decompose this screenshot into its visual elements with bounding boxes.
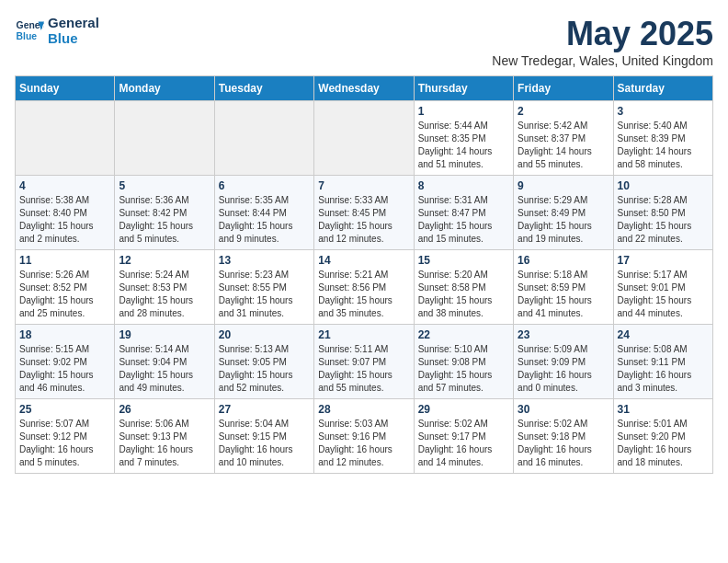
- day-info: Sunrise: 5:13 AM Sunset: 9:05 PM Dayligh…: [219, 343, 310, 395]
- day-cell: [115, 101, 214, 176]
- title-area: May 2025 New Tredegar, Wales, United Kin…: [492, 15, 713, 68]
- day-info: Sunrise: 5:02 AM Sunset: 9:17 PM Dayligh…: [418, 418, 509, 469]
- day-info: Sunrise: 5:03 AM Sunset: 9:16 PM Dayligh…: [318, 418, 409, 469]
- day-cell: 26Sunrise: 5:06 AM Sunset: 9:13 PM Dayli…: [115, 399, 214, 474]
- day-info: Sunrise: 5:04 AM Sunset: 9:15 PM Dayligh…: [219, 418, 310, 469]
- day-number: 10: [618, 179, 709, 192]
- day-info: Sunrise: 5:01 AM Sunset: 9:20 PM Dayligh…: [618, 418, 709, 469]
- day-number: 27: [219, 403, 310, 416]
- calendar-table: SundayMondayTuesdayWednesdayThursdayFrid…: [15, 75, 713, 474]
- day-number: 14: [318, 254, 409, 267]
- day-info: Sunrise: 5:10 AM Sunset: 9:08 PM Dayligh…: [418, 343, 509, 395]
- day-cell: 19Sunrise: 5:14 AM Sunset: 9:04 PM Dayli…: [115, 325, 214, 399]
- day-info: Sunrise: 5:35 AM Sunset: 8:44 PM Dayligh…: [219, 194, 310, 246]
- day-cell: 3Sunrise: 5:40 AM Sunset: 8:39 PM Daylig…: [613, 101, 712, 176]
- day-cell: 31Sunrise: 5:01 AM Sunset: 9:20 PM Dayli…: [613, 399, 712, 474]
- day-number: 17: [618, 254, 709, 267]
- day-cell: 15Sunrise: 5:20 AM Sunset: 8:58 PM Dayli…: [414, 250, 513, 325]
- day-info: Sunrise: 5:33 AM Sunset: 8:45 PM Dayligh…: [318, 194, 409, 246]
- svg-text:Blue: Blue: [17, 31, 38, 41]
- day-number: 21: [318, 328, 409, 341]
- day-cell: 8Sunrise: 5:31 AM Sunset: 8:47 PM Daylig…: [414, 176, 513, 250]
- day-number: 5: [119, 179, 210, 192]
- day-number: 31: [618, 403, 709, 416]
- day-number: 2: [518, 105, 609, 118]
- day-cell: 7Sunrise: 5:33 AM Sunset: 8:45 PM Daylig…: [314, 176, 414, 250]
- day-cell: 25Sunrise: 5:07 AM Sunset: 9:12 PM Dayli…: [16, 399, 115, 474]
- day-cell: 23Sunrise: 5:09 AM Sunset: 9:09 PM Dayli…: [514, 325, 613, 399]
- day-info: Sunrise: 5:29 AM Sunset: 8:49 PM Dayligh…: [518, 194, 609, 246]
- header-cell-friday: Friday: [514, 76, 613, 101]
- day-number: 25: [19, 403, 110, 416]
- day-number: 22: [418, 328, 509, 341]
- day-number: 11: [19, 254, 110, 267]
- week-row-3: 18Sunrise: 5:15 AM Sunset: 9:02 PM Dayli…: [16, 325, 713, 399]
- calendar-subtitle: New Tredegar, Wales, United Kingdom: [492, 53, 713, 68]
- day-info: Sunrise: 5:21 AM Sunset: 8:56 PM Dayligh…: [318, 269, 409, 320]
- day-cell: 11Sunrise: 5:26 AM Sunset: 8:52 PM Dayli…: [16, 250, 115, 325]
- day-cell: 21Sunrise: 5:11 AM Sunset: 9:07 PM Dayli…: [314, 325, 414, 399]
- day-number: 4: [19, 179, 110, 192]
- week-row-0: 1Sunrise: 5:44 AM Sunset: 8:35 PM Daylig…: [16, 101, 713, 176]
- day-number: 7: [318, 179, 409, 192]
- day-info: Sunrise: 5:42 AM Sunset: 8:37 PM Dayligh…: [518, 120, 609, 171]
- day-info: Sunrise: 5:15 AM Sunset: 9:02 PM Dayligh…: [19, 343, 110, 395]
- day-info: Sunrise: 5:26 AM Sunset: 8:52 PM Dayligh…: [19, 269, 110, 320]
- day-info: Sunrise: 5:24 AM Sunset: 8:53 PM Dayligh…: [119, 269, 210, 320]
- day-number: 18: [19, 328, 110, 341]
- header-row: SundayMondayTuesdayWednesdayThursdayFrid…: [16, 76, 713, 101]
- day-info: Sunrise: 5:17 AM Sunset: 9:01 PM Dayligh…: [618, 269, 709, 320]
- day-number: 6: [219, 179, 310, 192]
- day-info: Sunrise: 5:44 AM Sunset: 8:35 PM Dayligh…: [418, 120, 509, 171]
- day-info: Sunrise: 5:06 AM Sunset: 9:13 PM Dayligh…: [119, 418, 210, 469]
- logo-line1: General: [48, 15, 99, 30]
- day-cell: 22Sunrise: 5:10 AM Sunset: 9:08 PM Dayli…: [414, 325, 513, 399]
- week-row-2: 11Sunrise: 5:26 AM Sunset: 8:52 PM Dayli…: [16, 250, 713, 325]
- day-cell: [314, 101, 414, 176]
- header-cell-wednesday: Wednesday: [314, 76, 414, 101]
- day-number: 12: [119, 254, 210, 267]
- day-number: 30: [518, 403, 609, 416]
- day-info: Sunrise: 5:28 AM Sunset: 8:50 PM Dayligh…: [618, 194, 709, 246]
- day-cell: 14Sunrise: 5:21 AM Sunset: 8:56 PM Dayli…: [314, 250, 414, 325]
- day-number: 26: [119, 403, 210, 416]
- day-cell: 9Sunrise: 5:29 AM Sunset: 8:49 PM Daylig…: [514, 176, 613, 250]
- day-cell: 6Sunrise: 5:35 AM Sunset: 8:44 PM Daylig…: [214, 176, 313, 250]
- day-cell: 29Sunrise: 5:02 AM Sunset: 9:17 PM Dayli…: [414, 399, 513, 474]
- day-cell: [16, 101, 115, 176]
- day-cell: 28Sunrise: 5:03 AM Sunset: 9:16 PM Dayli…: [314, 399, 414, 474]
- day-cell: 12Sunrise: 5:24 AM Sunset: 8:53 PM Dayli…: [115, 250, 214, 325]
- day-number: 29: [418, 403, 509, 416]
- day-cell: 27Sunrise: 5:04 AM Sunset: 9:15 PM Dayli…: [214, 399, 313, 474]
- day-cell: 4Sunrise: 5:38 AM Sunset: 8:40 PM Daylig…: [16, 176, 115, 250]
- logo-icon: General Blue: [15, 16, 44, 45]
- day-cell: 24Sunrise: 5:08 AM Sunset: 9:11 PM Dayli…: [613, 325, 712, 399]
- day-cell: 30Sunrise: 5:02 AM Sunset: 9:18 PM Dayli…: [514, 399, 613, 474]
- day-number: 3: [618, 105, 709, 118]
- day-info: Sunrise: 5:36 AM Sunset: 8:42 PM Dayligh…: [119, 194, 210, 246]
- day-info: Sunrise: 5:31 AM Sunset: 8:47 PM Dayligh…: [418, 194, 509, 246]
- day-info: Sunrise: 5:11 AM Sunset: 9:07 PM Dayligh…: [318, 343, 409, 395]
- day-cell: 18Sunrise: 5:15 AM Sunset: 9:02 PM Dayli…: [16, 325, 115, 399]
- header-cell-thursday: Thursday: [414, 76, 513, 101]
- day-info: Sunrise: 5:38 AM Sunset: 8:40 PM Dayligh…: [19, 194, 110, 246]
- day-info: Sunrise: 5:23 AM Sunset: 8:55 PM Dayligh…: [219, 269, 310, 320]
- day-number: 9: [518, 179, 609, 192]
- day-cell: 2Sunrise: 5:42 AM Sunset: 8:37 PM Daylig…: [514, 101, 613, 176]
- day-info: Sunrise: 5:20 AM Sunset: 8:58 PM Dayligh…: [418, 269, 509, 320]
- day-info: Sunrise: 5:02 AM Sunset: 9:18 PM Dayligh…: [518, 418, 609, 469]
- day-info: Sunrise: 5:07 AM Sunset: 9:12 PM Dayligh…: [19, 418, 110, 469]
- day-number: 28: [318, 403, 409, 416]
- calendar-header: SundayMondayTuesdayWednesdayThursdayFrid…: [16, 76, 713, 101]
- header-cell-monday: Monday: [115, 76, 214, 101]
- calendar-body: 1Sunrise: 5:44 AM Sunset: 8:35 PM Daylig…: [16, 101, 713, 474]
- day-info: Sunrise: 5:08 AM Sunset: 9:11 PM Dayligh…: [618, 343, 709, 395]
- day-cell: 16Sunrise: 5:18 AM Sunset: 8:59 PM Dayli…: [514, 250, 613, 325]
- day-number: 19: [119, 328, 210, 341]
- day-cell: 17Sunrise: 5:17 AM Sunset: 9:01 PM Dayli…: [613, 250, 712, 325]
- header-cell-saturday: Saturday: [613, 76, 712, 101]
- header-cell-tuesday: Tuesday: [214, 76, 313, 101]
- day-number: 1: [418, 105, 509, 118]
- day-cell: 1Sunrise: 5:44 AM Sunset: 8:35 PM Daylig…: [414, 101, 513, 176]
- week-row-4: 25Sunrise: 5:07 AM Sunset: 9:12 PM Dayli…: [16, 399, 713, 474]
